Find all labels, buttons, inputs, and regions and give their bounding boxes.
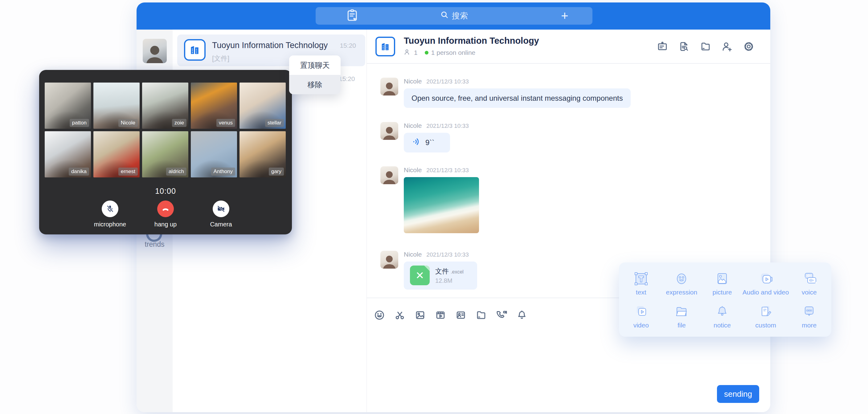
- participant-tile[interactable]: aldrich: [142, 131, 188, 178]
- participant-name: venus: [216, 119, 235, 127]
- trends-label: trends: [136, 240, 173, 249]
- message-time: 2021/12/3 10:33: [426, 167, 468, 174]
- voice-wave-icon: [412, 137, 421, 148]
- user-avatar[interactable]: [143, 39, 167, 63]
- participant-name: stellar: [265, 119, 284, 127]
- camera-off-button[interactable]: [213, 200, 229, 217]
- hangup-control: hang up: [148, 200, 184, 228]
- video-call-icon[interactable]: [496, 309, 507, 321]
- menu-item-remove[interactable]: 移除: [289, 75, 341, 94]
- panel-item-more[interactable]: more: [789, 300, 830, 333]
- voice-icon: [801, 270, 818, 287]
- file-message-bubble[interactable]: ✕ 文件 .excel 12.8M: [404, 261, 477, 290]
- hang-up-button[interactable]: [157, 200, 174, 217]
- microphone-control: microphone: [92, 200, 128, 228]
- participant-tile[interactable]: patton: [45, 83, 91, 129]
- participant-tile[interactable]: ernest: [93, 131, 140, 178]
- add-member-icon[interactable]: [721, 40, 733, 53]
- microphone-mute-button[interactable]: [102, 200, 118, 217]
- settings-gear-icon[interactable]: [743, 40, 755, 53]
- message-time: 2021/12/3 10:33: [426, 251, 468, 258]
- video-clapper-icon[interactable]: [435, 309, 446, 321]
- panel-item-picture[interactable]: picture: [702, 267, 743, 300]
- sender-avatar[interactable]: [380, 122, 398, 140]
- mic-muted-icon: [105, 204, 115, 214]
- participant-tile[interactable]: Anthony: [191, 131, 237, 178]
- handset-icon: [161, 204, 170, 214]
- online-status: 1 person online: [431, 49, 475, 56]
- conversation-title: Tuoyun Information Technology: [212, 41, 328, 50]
- message-group: Nicole 2021/12/3 10:33: [380, 166, 770, 233]
- panel-item-video[interactable]: video: [621, 300, 661, 333]
- sender-avatar[interactable]: [380, 77, 398, 95]
- excel-file-icon: ✕: [410, 265, 430, 285]
- conversation-time: 15:20: [339, 75, 355, 83]
- picture-icon[interactable]: [414, 309, 426, 321]
- panel-item-notice[interactable]: notice: [702, 300, 743, 333]
- person-silhouette-icon: [143, 41, 167, 63]
- participant-tile[interactable]: gary: [240, 131, 286, 178]
- send-button[interactable]: sending: [717, 385, 759, 403]
- panel-item-expression[interactable]: expression: [661, 267, 702, 300]
- image-message-beach[interactable]: [404, 177, 479, 233]
- folder-icon[interactable]: [700, 40, 712, 53]
- text-message-bubble[interactable]: Open source, free, and universal instant…: [404, 88, 631, 108]
- buildings-icon: [189, 44, 201, 56]
- sender-name: Nicole: [404, 251, 422, 258]
- message-group: Nicole 2021/12/3 10:33 Open source, free…: [380, 77, 770, 108]
- plus-icon: +: [561, 9, 568, 23]
- call-controls: microphone hang up: [39, 200, 292, 228]
- participant-tile[interactable]: Nicole: [93, 83, 140, 129]
- contact-card-icon[interactable]: [455, 309, 467, 321]
- participant-tile[interactable]: zoie: [142, 83, 188, 129]
- panel-item-file[interactable]: file: [661, 300, 702, 333]
- chat-main: Tuoyun Information Technology 1 1 person…: [367, 30, 770, 412]
- video-call-overlay: patton Nicole zoie venus stellar danika …: [39, 70, 292, 234]
- text-icon: [632, 270, 650, 287]
- participant-tile[interactable]: danika: [45, 131, 91, 178]
- chat-header: Tuoyun Information Technology 1 1 person…: [367, 30, 770, 64]
- message-time: 2021/12/3 10:33: [426, 78, 468, 85]
- announcement-icon[interactable]: [656, 40, 669, 53]
- person-silhouette-icon: [380, 252, 398, 268]
- members-icon: [404, 49, 411, 57]
- message-type-panel: text expression picture: [619, 262, 831, 337]
- sender-avatar[interactable]: [380, 166, 398, 184]
- chat-history-search-icon[interactable]: [678, 40, 690, 53]
- emoji-icon[interactable]: [374, 309, 385, 321]
- microphone-label: microphone: [94, 221, 126, 228]
- screen: 搜索 + trends: [0, 0, 868, 414]
- person-silhouette-icon: [380, 79, 398, 95]
- notice-bell-icon: [714, 303, 731, 320]
- conversation-context-menu: 置顶聊天 移除: [289, 56, 341, 94]
- more-icon: [801, 303, 818, 320]
- panel-item-custom[interactable]: custom: [743, 300, 789, 333]
- sender-name: Nicole: [404, 122, 422, 129]
- participant-name: patton: [70, 119, 89, 127]
- panel-item-text[interactable]: text: [621, 267, 661, 300]
- person-silhouette-icon: [380, 168, 398, 184]
- sender-name: Nicole: [404, 77, 422, 85]
- sender-avatar[interactable]: [380, 251, 398, 268]
- audio-video-icon: [757, 270, 774, 287]
- sender-name: Nicole: [404, 166, 422, 174]
- panel-item-voice[interactable]: voice: [789, 267, 830, 300]
- file-folder-icon[interactable]: [475, 309, 487, 321]
- member-count: 1: [414, 49, 418, 56]
- notification-bell-icon[interactable]: [516, 309, 528, 321]
- participant-tile[interactable]: stellar: [240, 83, 286, 129]
- group-avatar: [184, 39, 206, 61]
- participant-name: Anthony: [211, 167, 235, 176]
- screenshot-scissors-icon[interactable]: [394, 309, 406, 321]
- call-timer: 10:00: [39, 187, 292, 196]
- file-name: 文件: [435, 267, 449, 275]
- menu-item-pin-chat[interactable]: 置顶聊天: [289, 56, 341, 75]
- participant-grid: patton Nicole zoie venus stellar danika …: [45, 83, 286, 178]
- add-button[interactable]: +: [549, 7, 580, 25]
- voice-message-bubble[interactable]: 9``: [404, 133, 450, 153]
- top-bar: 搜索 +: [136, 2, 770, 30]
- message-time: 2021/12/3 10:33: [426, 123, 468, 129]
- panel-item-audio-video[interactable]: Audio and video: [743, 267, 789, 300]
- participant-tile[interactable]: venus: [191, 83, 237, 129]
- expression-icon: [673, 270, 690, 287]
